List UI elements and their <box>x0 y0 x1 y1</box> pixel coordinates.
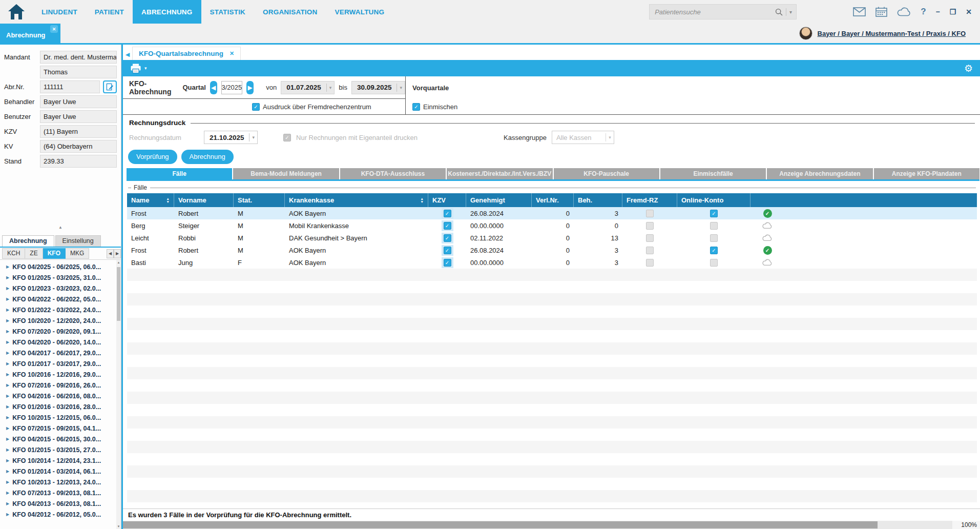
tree-item[interactable]: ▶KFO 04/2012 - 06/2012, 05.0... <box>1 509 116 520</box>
tree-item[interactable]: ▶KFO 01/2014 - 03/2014, 06.1... <box>1 466 116 477</box>
fremd-rz-checkbox[interactable] <box>646 210 654 217</box>
tree-item[interactable]: ▶KFO 07/2015 - 09/2015, 04.1... <box>1 423 116 434</box>
tabs-scroll-left-icon[interactable]: ◀ <box>123 49 132 60</box>
field-value-stand[interactable]: 239.33 <box>40 155 117 168</box>
fremdrechenzentrum-checkbox[interactable] <box>252 103 260 111</box>
field-value-behandler[interactable]: Bayer Uwe <box>40 95 117 108</box>
sidebar-tab-abrechnung[interactable]: Abrechnung <box>2 235 54 247</box>
content-tab-kfo-pauschale[interactable]: KFO-Pauschale <box>554 168 659 179</box>
eigenanteil-checkbox[interactable] <box>283 134 291 141</box>
column-header-name[interactable]: Name▲▼ <box>127 193 174 207</box>
sidebar-subtab-kfo[interactable]: KFO <box>43 248 66 259</box>
tree-item[interactable]: ▶KFO 10/2016 - 12/2016, 29.0... <box>1 369 116 380</box>
expand-icon[interactable]: ▶ <box>6 286 9 291</box>
expand-icon[interactable]: ▶ <box>6 372 9 377</box>
expand-icon[interactable]: ▶ <box>6 458 9 463</box>
expand-icon[interactable]: ▶ <box>6 480 9 484</box>
content-tab-anzeige-abrechnungsdaten[interactable]: Anzeige Abrechnungsdaten <box>767 168 872 179</box>
tree-item[interactable]: ▶KFO 01/2022 - 03/2022, 24.0... <box>1 304 116 315</box>
select-caret-icon[interactable]: ▾ <box>606 133 614 141</box>
expand-icon[interactable]: ▶ <box>6 318 9 323</box>
expand-icon[interactable]: ▶ <box>6 329 9 334</box>
table-row[interactable]: FrostRobertMAOK Bayern26.08.202403✓ <box>127 207 977 219</box>
kzv-checkbox[interactable] <box>444 222 451 230</box>
scroll-up-icon[interactable]: ▲ <box>116 261 121 264</box>
field-value-mandant[interactable]: Dr. med. dent. Musterma <box>40 51 117 64</box>
avatar[interactable] <box>799 27 812 40</box>
online-konto-checkbox[interactable] <box>710 259 718 267</box>
expand-icon[interactable]: ▶ <box>6 340 9 344</box>
expand-icon[interactable]: ▶ <box>6 308 9 312</box>
tree-item[interactable]: ▶KFO 04/2020 - 06/2020, 14.0... <box>1 337 116 348</box>
tree-item[interactable]: ▶KFO 01/2015 - 03/2015, 27.0... <box>1 444 116 455</box>
expand-icon[interactable]: ▶ <box>6 491 9 495</box>
tree-scrollbar[interactable]: ▲ ▼ <box>116 260 121 529</box>
close-window-button[interactable]: ✕ <box>966 8 972 16</box>
tree-item[interactable]: ▶KFO 07/2013 - 09/2013, 08.1... <box>1 487 116 498</box>
date-caret-icon[interactable]: ▾ <box>326 84 335 92</box>
collapse-arrow-icon[interactable]: ▲ <box>0 225 121 233</box>
fremd-rz-checkbox[interactable] <box>646 234 654 242</box>
expand-icon[interactable]: ▶ <box>6 297 9 301</box>
expand-icon[interactable]: ▶ <box>6 275 9 280</box>
close-doc-tab-icon[interactable]: ✕ <box>230 50 234 57</box>
tree-item[interactable]: ▶KFO 07/2020 - 09/2020, 09.1... <box>1 326 116 337</box>
settings-gear-icon[interactable]: ⚙ <box>964 63 973 74</box>
kzv-checkbox[interactable] <box>444 210 451 217</box>
date-from-field[interactable]: 01.07.2025 ▾ <box>281 81 335 94</box>
tree-item[interactable]: ▶KFO 01/2017 - 03/2017, 29.0... <box>1 358 116 369</box>
tab-kfo-quartalsabrechnung[interactable]: KFO-Quartalsabrechnung ✕ <box>132 47 241 60</box>
expand-icon[interactable]: ▶ <box>6 361 9 366</box>
table-row[interactable]: BastiJungFAOK Bayern00.00.000003 <box>127 256 977 269</box>
expand-icon[interactable]: ▶ <box>6 383 9 388</box>
sidebar-tab-einstellung[interactable]: Einstellung <box>55 235 101 247</box>
sidebar-subtab-mkg[interactable]: MKG <box>66 248 89 259</box>
restore-button[interactable]: ❐ <box>950 8 956 16</box>
cloud-icon[interactable] <box>897 7 911 16</box>
tree-item[interactable]: ▶KFO 04/2013 - 06/2013, 08.1... <box>1 498 116 509</box>
abrechnung-button[interactable]: Abrechnung <box>181 150 234 164</box>
search-input[interactable] <box>655 8 775 16</box>
expand-icon[interactable]: ▶ <box>6 394 9 398</box>
tree-item[interactable]: ▶KFO 01/2023 - 03/2023, 02.0... <box>1 283 116 294</box>
field-value-kv[interactable]: (64) Oberbayern <box>40 140 117 153</box>
kassengruppe-select[interactable]: Alle Kassen ▾ <box>552 131 614 144</box>
expand-icon[interactable]: ▶ <box>6 447 9 452</box>
tab-abrechnung[interactable]: Abrechnung ✕ <box>0 24 60 43</box>
content-tab-fälle[interactable]: Fälle <box>127 168 232 179</box>
scroll-left-icon[interactable]: ◀ <box>107 249 114 258</box>
close-tab-icon[interactable]: ✕ <box>50 25 58 33</box>
online-konto-checkbox[interactable] <box>710 234 718 242</box>
nav-item-abrechnung[interactable]: ABRECHNUNG <box>133 0 201 24</box>
tree-item[interactable]: ▶KFO 04/2022 - 06/2022, 05.0... <box>1 294 116 304</box>
online-konto-checkbox[interactable] <box>710 210 718 217</box>
patient-search[interactable]: ▾ <box>649 4 797 19</box>
field-value-abr-nr[interactable]: 111111 <box>40 80 100 93</box>
expand-icon[interactable]: ▶ <box>6 512 9 517</box>
table-row[interactable]: FrostRobertMAOK Bayern26.08.202403✓ <box>127 244 977 256</box>
fremd-rz-checkbox[interactable] <box>646 222 654 230</box>
expand-icon[interactable]: ▶ <box>6 437 9 441</box>
edit-abrnr-button[interactable] <box>103 80 117 93</box>
expand-icon[interactable]: ▶ <box>6 415 9 420</box>
tree-item[interactable]: ▶KFO 04/2017 - 06/2017, 29.0... <box>1 348 116 358</box>
online-konto-checkbox[interactable] <box>710 247 718 254</box>
expand-icon[interactable]: ▶ <box>6 351 9 355</box>
date-caret-icon[interactable]: ▾ <box>249 133 257 141</box>
help-icon[interactable]: ? <box>921 7 926 17</box>
sidebar-subtab-kch[interactable]: KCH <box>2 248 25 259</box>
content-tab-einmischfälle[interactable]: Einmischfälle <box>660 168 766 179</box>
sort-icon[interactable]: ▲▼ <box>166 197 170 203</box>
tree-item[interactable]: ▶KFO 01/2016 - 03/2016, 28.0... <box>1 401 116 412</box>
print-dropdown-caret-icon[interactable]: ▾ <box>144 66 147 71</box>
content-tab-kfo-dta-ausschluss[interactable]: KFO-DTA-Ausschluss <box>340 168 446 179</box>
date-to-field[interactable]: 30.09.2025 ▾ <box>351 81 405 94</box>
sort-icon[interactable]: ▲▼ <box>421 197 424 203</box>
search-dropdown-caret-icon[interactable]: ▾ <box>786 8 793 16</box>
table-row[interactable]: LeichtRobbiMDAK Gesundheit > Bayern02.11… <box>127 232 977 244</box>
nav-item-organisation[interactable]: ORGANISATION <box>254 0 326 24</box>
nav-item-patient[interactable]: PATIENT <box>86 0 133 24</box>
online-konto-checkbox[interactable] <box>710 222 718 230</box>
column-header-krankenkasse[interactable]: Krankenkasse▲▼ <box>285 193 428 207</box>
scroll-down-icon[interactable]: ▼ <box>116 525 121 528</box>
